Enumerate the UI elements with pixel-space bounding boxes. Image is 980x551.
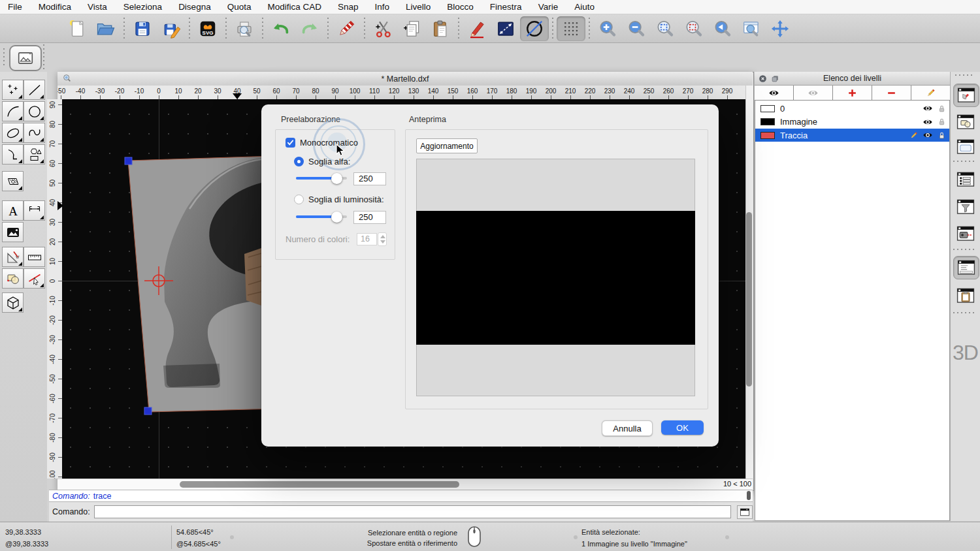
win-plotter-panel-button[interactable] (953, 223, 978, 245)
menu-info[interactable]: Info (375, 2, 390, 12)
circle-tool-button[interactable] (24, 101, 45, 121)
trim-tool-button[interactable] (24, 268, 45, 289)
menu-file[interactable]: File (8, 2, 22, 12)
pan-button[interactable] (766, 16, 794, 41)
menu-modifica-cad[interactable]: Modifica CAD (267, 2, 321, 12)
menu-seleziona[interactable]: Seleziona (123, 2, 162, 12)
svg-export-button[interactable]: SVG (193, 16, 222, 41)
vertical-scrollbar-thumb[interactable] (746, 212, 752, 386)
monochrome-checkbox[interactable] (286, 138, 295, 148)
zoom-in-button[interactable] (593, 16, 622, 41)
hatch-tool-button[interactable] (2, 171, 24, 191)
selection-handle-bottom-left[interactable] (144, 407, 152, 415)
blend-tool-button[interactable] (2, 268, 24, 289)
win-layers-panel-button[interactable] (953, 84, 979, 107)
polyline-tool-button[interactable] (2, 144, 24, 165)
luminosity-value-field[interactable]: 250 (353, 211, 386, 224)
ruler-tool-button[interactable] (24, 247, 45, 267)
layer-lock-icon[interactable] (937, 104, 947, 114)
selection-handle-top-left[interactable] (125, 157, 132, 165)
layer-row-0[interactable]: 0 (755, 102, 949, 115)
menu-modifica[interactable]: Modifica (39, 2, 71, 12)
trace-ellipse-button[interactable] (520, 16, 549, 41)
ellipse-tool-button[interactable] (2, 123, 24, 143)
layer-visibility-eye-icon[interactable] (923, 117, 933, 127)
layer-color-swatch[interactable] (760, 105, 775, 112)
cancel-button[interactable]: Annulla (602, 420, 653, 436)
layer-color-swatch[interactable] (760, 132, 775, 139)
menu-finestra[interactable]: Finestra (490, 2, 522, 12)
points-tool-button[interactable] (2, 80, 24, 100)
menu-varie[interactable]: Varie (538, 2, 559, 12)
eye-layers-button[interactable] (794, 86, 833, 100)
alpha-slider-thumb[interactable] (331, 173, 342, 184)
alpha-threshold-radio[interactable] (294, 157, 304, 166)
open-folder-button[interactable] (91, 16, 120, 41)
text-tool-button[interactable]: A (2, 200, 24, 221)
command-input[interactable] (94, 505, 731, 518)
alpha-value-field[interactable]: 250 (353, 172, 386, 185)
active-tool-indicator[interactable] (9, 45, 42, 71)
shapes-tool-button[interactable] (24, 144, 45, 165)
win-list-panel-button[interactable] (953, 168, 978, 191)
zoom-fit-button[interactable] (651, 16, 679, 41)
spline-tool-button[interactable] (24, 123, 45, 143)
menu-livello[interactable]: Livello (406, 2, 431, 12)
menu-aiuto[interactable]: Aiuto (574, 2, 595, 12)
layer-visibility-eye-icon[interactable] (923, 130, 933, 140)
horizontal-scrollbar-thumb[interactable] (180, 481, 459, 488)
undo-button[interactable] (267, 16, 295, 41)
win-clipboard-panel-button[interactable] (953, 285, 978, 307)
layer-visibility-eye-icon[interactable] (923, 103, 933, 114)
layers-panel-title-bar[interactable]: Elenco dei livelli (755, 72, 950, 86)
measure-button[interactable] (491, 16, 520, 41)
eye-layers-button[interactable] (755, 86, 794, 100)
layer-row-immagine[interactable]: Immagine (755, 116, 949, 129)
plus-layers-button[interactable] (833, 86, 872, 100)
pencil-layers-button[interactable] (911, 86, 950, 100)
grid-toggle-button[interactable] (557, 16, 585, 41)
menu-disegna[interactable]: Disegna (178, 2, 211, 12)
save-as-button[interactable] (157, 16, 186, 41)
win-filter-panel-button[interactable] (953, 196, 978, 218)
cut-button[interactable] (368, 16, 397, 41)
toolbar-drag-handle[interactable] (3, 48, 5, 65)
document-title-bar[interactable]: * Martello.dxf (57, 72, 753, 86)
zoom-previous-button[interactable] (708, 16, 737, 41)
menu-quota[interactable]: Quota (227, 2, 252, 12)
zoom-window-button[interactable] (737, 16, 766, 41)
print-preview-button[interactable] (230, 16, 259, 41)
command-window-button[interactable] (737, 505, 753, 519)
win-shapes-panel-button[interactable] (953, 111, 978, 133)
copy-button[interactable] (397, 16, 426, 41)
zoom-selection-button[interactable] (679, 16, 708, 41)
layer-lock-icon[interactable] (937, 117, 947, 127)
layer-row-traccia[interactable]: Traccia (755, 129, 949, 142)
construction-tool-button[interactable] (2, 247, 24, 267)
dock-drag-handle[interactable] (955, 74, 973, 76)
delete-pen-button[interactable] (332, 16, 361, 41)
redo-button[interactable] (295, 16, 324, 41)
luminosity-threshold-radio[interactable] (294, 195, 304, 204)
menu-blocco[interactable]: Blocco (447, 2, 474, 12)
win-command-panel-button[interactable] (953, 256, 979, 279)
arc-tool-button[interactable] (2, 101, 24, 121)
colors-count-field[interactable]: 16 (357, 233, 377, 245)
save-button[interactable] (128, 16, 157, 41)
win-plain-panel-button[interactable] (953, 136, 978, 158)
zoom-out-button[interactable] (622, 16, 651, 41)
draw-pencil-button[interactable] (463, 16, 491, 41)
minus-layers-button[interactable] (872, 86, 911, 100)
colors-count-stepper[interactable] (378, 232, 387, 246)
paste-button[interactable] (426, 16, 455, 41)
new-document-button[interactable] (63, 16, 91, 41)
menu-snap[interactable]: Snap (338, 2, 359, 12)
menu-vista[interactable]: Vista (88, 2, 107, 12)
box3d-tool-button[interactable] (2, 292, 24, 313)
layer-lock-icon[interactable] (937, 131, 947, 140)
layer-color-swatch[interactable] (760, 118, 775, 125)
ok-button[interactable]: OK (661, 420, 704, 435)
dimension-tool-button[interactable] (24, 200, 45, 221)
history-scrollbar-thumb[interactable] (747, 491, 751, 500)
update-button[interactable]: Aggiornamento (416, 138, 478, 153)
